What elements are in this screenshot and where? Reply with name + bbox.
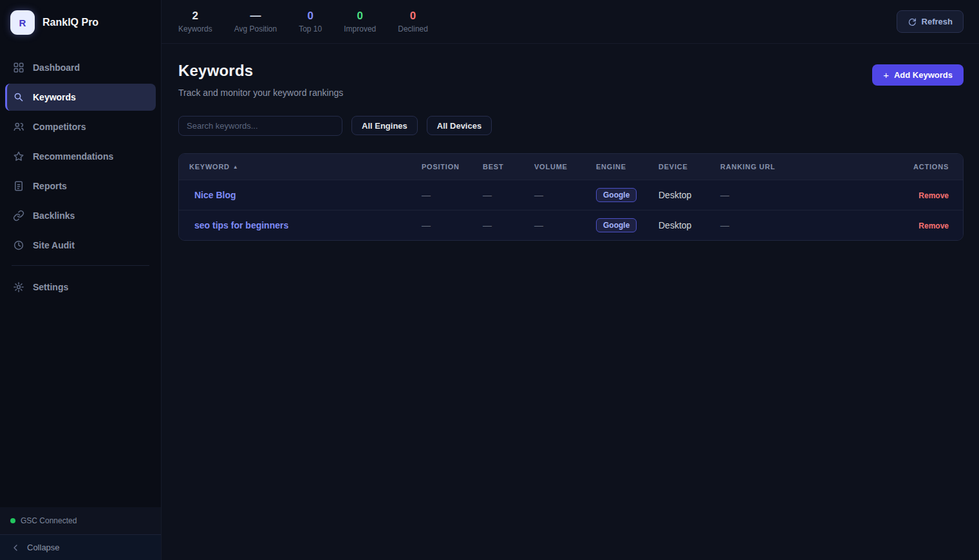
stat-value: 0 [398,10,428,23]
column-header-best[interactable]: BEST [483,163,534,171]
sidebar-item-label: Dashboard [33,62,80,73]
plus-icon: + [883,70,889,80]
stat-value: 2 [178,10,212,23]
sidebar-item-label: Settings [33,282,68,292]
content-area: 2 Keywords — Avg Position 0 Top 10 0 Imp… [162,0,979,560]
stat-label: Keywords [178,24,212,33]
stat-label: Avg Position [234,24,277,33]
brand: R RankIQ Pro [0,0,161,44]
best-cell: — [483,220,534,230]
stat-avg-position: — Avg Position [234,10,277,33]
sidebar: R RankIQ Pro Dashboard Keywords Competit… [0,0,162,560]
engine-filter-value: All Engines [362,121,407,131]
column-header-volume[interactable]: VOLUME [534,163,596,171]
chevron-left-icon [10,543,21,553]
sidebar-item-label: Reports [33,181,67,191]
column-header-position[interactable]: POSITION [422,163,483,171]
report-document-icon [13,180,24,192]
engine-filter[interactable]: All Engines [351,116,418,135]
star-icon [13,151,24,162]
device-cell: Desktop [658,220,720,230]
main-panel: Keywords Track and monitor your keyword … [162,44,979,560]
column-header-keyword[interactable]: KEYWORD ▲ [179,163,422,171]
engine-badge: Google [596,188,637,202]
column-header-device[interactable]: DEVICE [658,163,720,171]
sidebar-item-competitors[interactable]: Competitors [5,113,156,140]
engine-badge: Google [596,218,637,232]
page-subtitle: Track and monitor your keyword rankings [178,88,343,98]
sidebar-item-label: Competitors [33,122,86,132]
page-head: Keywords Track and monitor your keyword … [178,62,964,98]
sidebar-footer: GSC Connected Collapse [0,507,161,560]
sidebar-item-settings[interactable]: Settings [5,274,156,301]
device-filter[interactable]: All Devices [427,116,492,135]
stat-value: 0 [344,10,376,23]
position-cell: — [422,190,483,200]
app-logo: R [10,10,35,35]
sidebar-item-dashboard[interactable]: Dashboard [5,54,156,81]
stat-label: Top 10 [299,24,322,33]
gsc-status: GSC Connected [0,507,161,534]
add-keywords-button[interactable]: + Add Keywords [872,64,964,86]
refresh-label: Refresh [922,17,953,26]
stat-label: Declined [398,24,428,33]
nav-divider [12,265,149,266]
stat-top-10: 0 Top 10 [299,10,322,33]
status-dot-icon [10,518,15,523]
ranking-url-cell: — [720,220,881,230]
volume-cell: — [534,190,596,200]
stat-value: — [234,10,277,23]
sidebar-item-reports[interactable]: Reports [5,173,156,200]
refresh-icon [908,17,917,26]
sidebar-item-keywords[interactable]: Keywords [5,84,156,111]
sort-asc-icon: ▲ [233,164,239,170]
sidebar-item-site-audit[interactable]: Site Audit [5,232,156,259]
collapse-button[interactable]: Collapse [0,534,161,560]
table-header-row: KEYWORD ▲ POSITION BEST VOLUME ENGINE DE… [179,154,963,180]
table-row: seo tips for beginners — — — Google Desk… [179,210,963,240]
collapse-label: Collapse [27,543,60,552]
stat-improved: 0 Improved [344,10,376,33]
position-cell: — [422,220,483,230]
page-title: Keywords [178,62,343,80]
device-filter-value: All Devices [437,121,481,131]
keyword-link[interactable]: Nice Blog [194,190,236,200]
sidebar-item-backlinks[interactable]: Backlinks [5,202,156,229]
link-icon [13,210,24,221]
stats-row: 2 Keywords — Avg Position 0 Top 10 0 Imp… [178,10,428,33]
ranking-url-cell: — [720,190,881,200]
sidebar-item-label: Keywords [33,92,76,102]
column-header-ranking-url[interactable]: RANKING URL [720,163,881,171]
clock-icon [13,239,24,251]
sidebar-item-recommendations[interactable]: Recommendations [5,143,156,170]
settings-icon [13,281,24,293]
filters-row: All Engines All Devices [178,116,964,136]
keywords-table: KEYWORD ▲ POSITION BEST VOLUME ENGINE DE… [178,153,964,241]
refresh-button[interactable]: Refresh [897,10,964,33]
topbar: 2 Keywords — Avg Position 0 Top 10 0 Imp… [162,0,979,44]
column-header-engine[interactable]: ENGINE [596,163,658,171]
sidebar-item-label: Backlinks [33,210,75,221]
keyword-link[interactable]: seo tips for beginners [194,220,288,230]
sidebar-item-label: Site Audit [33,240,75,250]
stat-label: Improved [344,24,376,33]
gsc-status-label: GSC Connected [21,516,77,525]
dashboard-icon [13,62,24,73]
app-title: RankIQ Pro [42,17,98,28]
table-row: Nice Blog — — — Google Desktop — Remove [179,180,963,210]
best-cell: — [483,190,534,200]
remove-button[interactable]: Remove [918,191,949,200]
column-header-actions: ACTIONS [881,163,963,171]
device-cell: Desktop [658,190,720,200]
stat-keywords: 2 Keywords [178,10,212,33]
volume-cell: — [534,220,596,230]
remove-button[interactable]: Remove [918,221,949,230]
stat-declined: 0 Declined [398,10,428,33]
search-input[interactable] [178,116,342,136]
add-keywords-label: Add Keywords [894,70,953,80]
sidebar-item-label: Recommendations [33,151,113,162]
keywords-search-icon [13,91,24,103]
competitors-icon [13,121,24,133]
sidebar-nav: Dashboard Keywords Competitors Recommend… [0,54,161,303]
stat-value: 0 [299,10,322,23]
